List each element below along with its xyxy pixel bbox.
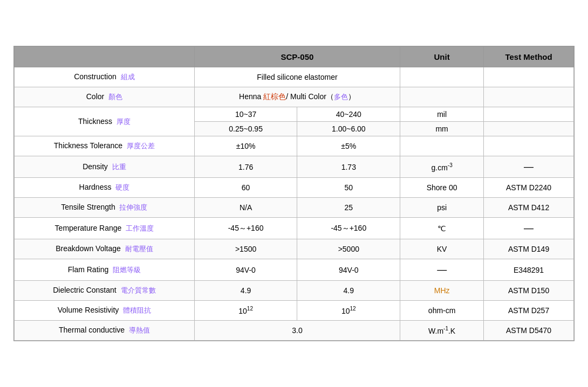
- row-volume: Volume Resistivity 體積阻抗 1012 1012 ohm-cm…: [15, 301, 574, 321]
- property-en-thermal: Thermal conductive: [59, 326, 125, 334]
- unit-construction: [400, 67, 484, 87]
- property-construction: Construction 組成: [15, 67, 195, 87]
- val-thermal: 3.0: [194, 321, 400, 341]
- property-zh-thermal: 導熱值: [129, 326, 150, 334]
- unit-density: g.cm-3: [400, 156, 484, 178]
- row-temp: Temperature Range 工作溫度 -45～+160 -45～+160…: [15, 218, 574, 239]
- property-zh-tensile: 拉伸強度: [119, 203, 147, 211]
- val-color: Henna 紅棕色/ Multi Color（多色）: [194, 87, 400, 107]
- property-en-flam: Flam Rating: [68, 265, 108, 274]
- method-color: [484, 87, 574, 107]
- unit-breakdown: KV: [400, 239, 484, 259]
- val2-thickness-mm: 1.00~6.00: [297, 122, 400, 136]
- val1-volume: 1012: [194, 301, 297, 321]
- property-en-color: Color: [86, 92, 104, 101]
- val1-thickness-mm: 0.25~0.95: [194, 122, 297, 136]
- unit-tensile: psi: [400, 198, 484, 218]
- method-thickness-mil: [484, 107, 574, 122]
- val1-flam: 94V-0: [194, 259, 297, 281]
- val1-density: 1.76: [194, 156, 297, 178]
- property-volume: Volume Resistivity 體積阻抗: [15, 301, 195, 321]
- val2-breakdown: >5000: [297, 239, 400, 259]
- property-zh-flam: 阻燃等級: [113, 266, 141, 274]
- row-thickness-mil: Thickness 厚度 10~37 40~240 mil: [15, 107, 574, 122]
- unit-flam: —: [400, 259, 484, 281]
- val1-tensile: N/A: [194, 198, 297, 218]
- property-zh-hardness: 硬度: [115, 183, 129, 191]
- property-en-breakdown: Breakdown Voltage: [56, 244, 121, 253]
- property-en-thickness: Thickness: [78, 117, 112, 126]
- property-tensile: Tensile Strength 拉伸強度: [15, 198, 195, 218]
- row-color: Color 顏色 Henna 紅棕色/ Multi Color（多色）: [15, 87, 574, 107]
- property-en: Construction: [74, 72, 117, 81]
- val1-thickness-mil: 10~37: [194, 107, 297, 122]
- unit-thickness-mil: mil: [400, 107, 484, 122]
- val1-temp: -45～+160: [194, 218, 297, 239]
- property-zh-thickness: 厚度: [117, 118, 131, 126]
- row-density: Density 比重 1.76 1.73 g.cm-3 —: [15, 156, 574, 178]
- method-thickness-mm: [484, 122, 574, 136]
- property-zh-temp: 工作溫度: [126, 224, 154, 232]
- table-header-row: SCP-050 Unit Test Method: [15, 47, 574, 67]
- property-hardness: Hardness 硬度: [15, 178, 195, 198]
- val1-hardness: 60: [194, 178, 297, 198]
- unit-thickness-mm: mm: [400, 122, 484, 136]
- row-construction: Construction 組成 Filled silicone elastome…: [15, 67, 574, 87]
- method-hardness: ASTM D2240: [484, 178, 574, 198]
- method-thermal: ASTM D5470: [484, 321, 574, 341]
- property-en-density: Density: [83, 162, 108, 171]
- unit-hardness: Shore 00: [400, 178, 484, 198]
- val2-temp: -45～+160: [297, 218, 400, 239]
- method-tensile: ASTM D412: [484, 198, 574, 218]
- method-density: —: [484, 156, 574, 178]
- property-en-dielectric: Dielectric Constant: [53, 286, 117, 294]
- unit-thermal: W.m-1.K: [400, 321, 484, 341]
- row-dielectric: Dielectric Constant 電介質常數 4.9 4.9 MHz AS…: [15, 281, 574, 301]
- method-construction: [484, 67, 574, 87]
- method-volume: ASTM D257: [484, 301, 574, 321]
- property-breakdown: Breakdown Voltage 耐電壓值: [15, 239, 195, 259]
- property-tolerance: Thickness Tolerance 厚度公差: [15, 136, 195, 156]
- property-en-temp: Temperature Range: [55, 224, 122, 232]
- data-table: SCP-050 Unit Test Method Construction 組成…: [13, 46, 575, 341]
- property-en-tolerance: Thickness Tolerance: [54, 141, 122, 150]
- property-zh-breakdown: 耐電壓值: [125, 245, 153, 253]
- unit-dielectric: MHz: [400, 281, 484, 301]
- property-dielectric: Dielectric Constant 電介質常數: [15, 281, 195, 301]
- property-color: Color 顏色: [15, 87, 195, 107]
- val2-flam: 94V-0: [297, 259, 400, 281]
- unit-tolerance: [400, 136, 484, 156]
- val1-dielectric: 4.9: [194, 281, 297, 301]
- row-thermal: Thermal conductive 導熱值 3.0 W.m-1.K ASTM …: [15, 321, 574, 341]
- header-empty: [15, 47, 195, 67]
- unit-temp: ℃: [400, 218, 484, 239]
- unit-color: [400, 87, 484, 107]
- method-tolerance: [484, 136, 574, 156]
- header-method: Test Method: [484, 47, 574, 67]
- property-zh-volume: 體積阻抗: [123, 306, 151, 314]
- method-breakdown: ASTM D149: [484, 239, 574, 259]
- method-temp: —: [484, 218, 574, 239]
- property-zh-dielectric: 電介質常數: [121, 286, 156, 294]
- val2-thickness-mil: 40~240: [297, 107, 400, 122]
- val2-tensile: 25: [297, 198, 400, 218]
- val-construction: Filled silicone elastomer: [194, 67, 400, 87]
- property-temp: Temperature Range 工作溫度: [15, 218, 195, 239]
- property-en-volume: Volume Resistivity: [58, 306, 119, 314]
- val2-volume: 1012: [297, 301, 400, 321]
- header-scp: SCP-050: [194, 47, 400, 67]
- val1-tolerance: ±10%: [194, 136, 297, 156]
- val2-density: 1.73: [297, 156, 400, 178]
- row-breakdown: Breakdown Voltage 耐電壓值 >1500 >5000 KV AS…: [15, 239, 574, 259]
- property-en-tensile: Tensile Strength: [61, 203, 115, 211]
- property-zh: 組成: [121, 73, 135, 81]
- row-hardness: Hardness 硬度 60 50 Shore 00 ASTM D2240: [15, 178, 574, 198]
- val1-breakdown: >1500: [194, 239, 297, 259]
- property-zh-density: 比重: [112, 163, 126, 171]
- property-flam: Flam Rating 阻燃等級: [15, 259, 195, 281]
- header-unit: Unit: [400, 47, 484, 67]
- unit-volume: ohm-cm: [400, 301, 484, 321]
- property-density: Density 比重: [15, 156, 195, 178]
- row-thickness-tolerance: Thickness Tolerance 厚度公差 ±10% ±5%: [15, 136, 574, 156]
- row-tensile: Tensile Strength 拉伸強度 N/A 25 psi ASTM D4…: [15, 198, 574, 218]
